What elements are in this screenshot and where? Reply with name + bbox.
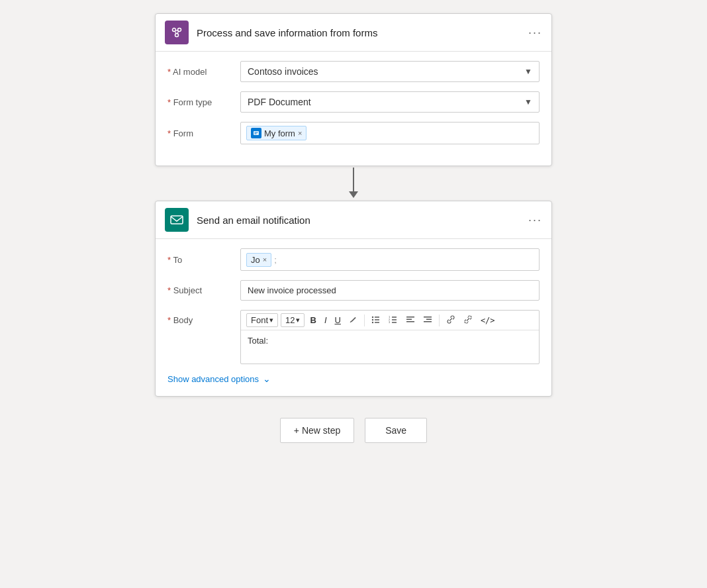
svg-rect-27 [424,321,432,322]
svg-rect-9 [171,216,183,224]
save-button[interactable]: Save [365,418,427,443]
align-right-button[interactable] [420,314,435,327]
align-right-icon [423,315,432,324]
svg-rect-7 [255,132,258,133]
align-left-button[interactable] [403,314,418,327]
form-tag-input[interactable]: My form × [240,122,540,144]
bold-button[interactable]: B [307,314,318,326]
svg-rect-25 [424,317,432,318]
card-process-forms-body: AI model Contoso invoices ▼ Form type PD… [156,52,551,166]
svg-point-11 [372,318,373,320]
subject-input[interactable] [240,280,540,301]
card-send-email-title: Send an email notification [197,215,528,226]
font-size-arrow-icon: ▾ [296,316,300,324]
ai-model-chevron-icon: ▼ [524,67,532,76]
to-tag-input[interactable]: Jo × ; [240,248,540,271]
field-row-subject: Subject [167,280,540,301]
card-process-forms-icon [165,21,189,44]
svg-point-10 [372,316,373,317]
body-editor-content[interactable]: Total: [241,330,539,364]
field-row-form-type: Form type PDF Document ▼ [167,91,540,113]
ai-model-value: Contoso invoices [248,66,318,77]
to-tag-close-button[interactable]: × [263,256,267,264]
font-label: Font [251,315,268,325]
bottom-actions: + New step Save [280,418,427,443]
svg-rect-15 [375,322,379,323]
card-process-forms-more-button[interactable]: ··· [528,26,542,40]
svg-rect-8 [255,134,257,134]
body-editor[interactable]: Font ▾ 12 ▾ B I U [240,310,540,364]
card-send-email-more-button[interactable]: ··· [528,213,542,227]
card-send-email-body: To Jo × ; Subject [156,239,551,396]
svg-rect-26 [426,318,432,320]
advanced-options-chevron-icon: ⌄ [263,373,271,384]
forms-icon-svg [169,25,184,40]
to-label: To [167,255,240,265]
svg-rect-22 [406,317,414,318]
form-tag-close-button[interactable]: × [298,129,302,137]
card-send-email-icon [165,208,189,232]
code-button[interactable]: </> [478,315,498,326]
svg-point-0 [173,28,176,32]
form-type-value: PDF Document [248,97,311,107]
svg-rect-21 [392,322,397,323]
numbered-list-button[interactable]: 1 2 3 [386,314,401,327]
field-row-to: To Jo × ; [167,248,540,271]
subject-label: Subject [167,285,240,295]
italic-button[interactable]: I [322,314,330,326]
bullet-list-icon [371,315,381,324]
bullet-list-button[interactable] [369,314,383,327]
svg-text:3: 3 [389,320,391,324]
underline-button[interactable]: U [332,314,344,326]
form-tag-logo-icon [253,130,259,136]
font-arrow-icon: ▾ [269,316,273,324]
svg-rect-24 [406,321,414,322]
form-type-select[interactable]: PDF Document ▼ [240,91,540,113]
form-control: My form × [240,122,540,144]
pen-button[interactable] [346,314,360,327]
connector-arrow [349,168,358,199]
form-type-label: Form type [167,97,240,107]
svg-point-12 [372,321,373,322]
svg-rect-20 [392,319,397,320]
form-type-chevron-icon: ▼ [524,97,532,107]
svg-rect-19 [392,317,397,318]
field-row-body: Body Font ▾ 12 ▾ B [167,310,540,364]
card-process-forms-header: Process and save information from forms … [156,14,551,52]
toolbar-separator-1 [364,315,365,326]
align-left-icon [406,315,415,324]
ai-model-control: Contoso invoices ▼ [240,61,540,82]
link-button[interactable] [444,314,458,327]
svg-rect-13 [375,317,379,318]
form-tag-label: My form [264,128,295,138]
svg-rect-23 [406,318,412,320]
font-size-value: 12 [285,315,295,325]
body-toolbar: Font ▾ 12 ▾ B I U [241,311,539,330]
link-icon [446,315,455,324]
new-step-button[interactable]: + New step [280,418,354,443]
to-separator: ; [274,255,277,265]
unlink-icon [463,315,473,324]
advanced-options-label: Show advanced options [167,374,259,384]
card-process-forms: Process and save information from forms … [155,13,552,166]
font-size-selector[interactable]: 12 ▾ [281,313,305,327]
form-tag: My form × [246,126,306,140]
svg-rect-6 [254,131,259,135]
toolbar-separator-2 [439,315,440,326]
to-control: Jo × ; [240,248,540,271]
ai-model-label: AI model [167,67,240,77]
field-row-ai-model: AI model Contoso invoices ▼ [167,61,540,82]
body-content-text: Total: [248,336,268,346]
pen-icon [349,315,357,324]
to-tag: Jo × [246,253,271,267]
subject-control [240,280,540,301]
card-send-email-header: Send an email notification ··· [156,201,551,239]
unlink-button[interactable] [461,314,475,327]
to-tag-label: Jo [251,255,260,265]
font-selector[interactable]: Font ▾ [246,313,278,327]
ai-model-select[interactable]: Contoso invoices ▼ [240,61,540,82]
connector-arrowhead-icon [349,191,358,198]
body-control: Font ▾ 12 ▾ B I U [240,310,540,364]
show-advanced-options[interactable]: Show advanced options ⌄ [167,373,540,384]
field-row-form: Form My form × [167,122,540,144]
